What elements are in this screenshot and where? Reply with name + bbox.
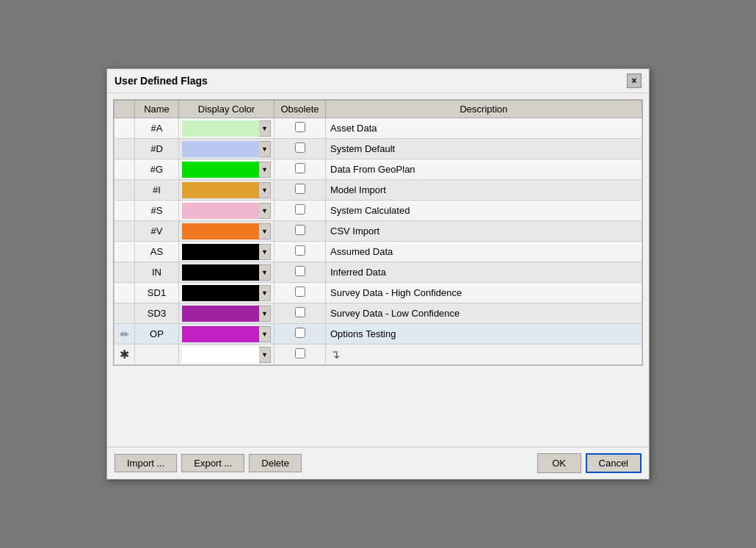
color-dropdown-button[interactable]: ▼	[259, 326, 271, 342]
obsolete-checkbox[interactable]	[295, 307, 305, 317]
row-obsolete[interactable]	[275, 139, 326, 159]
obsolete-checkbox[interactable]	[295, 245, 305, 256]
color-dropdown-button[interactable]: ▼	[259, 162, 271, 178]
row-color[interactable]: ▼	[179, 324, 275, 345]
table-row[interactable]: #G▼Data From GeoPlan	[115, 159, 642, 180]
row-description: Asset Data	[326, 118, 642, 139]
color-dropdown-button[interactable]: ▼	[259, 182, 271, 198]
obsolete-checkbox[interactable]	[295, 163, 305, 173]
row-color[interactable]: ▼	[179, 221, 275, 242]
new-row-indicator: ✱	[115, 345, 135, 365]
color-dropdown-button[interactable]: ▼	[259, 120, 271, 137]
dialog-footer: Import ... Export ... Delete OK Cancel	[107, 447, 649, 479]
obsolete-checkbox[interactable]	[295, 266, 305, 276]
table-row[interactable]: #I▼Model Import	[115, 180, 642, 201]
row-obsolete[interactable]	[275, 180, 326, 201]
color-dropdown-button[interactable]: ▼	[259, 141, 271, 157]
row-obsolete[interactable]	[275, 201, 326, 221]
row-name: AS	[135, 242, 179, 262]
row-description: System Calculated	[326, 201, 642, 221]
export-button[interactable]: Export ...	[181, 454, 244, 472]
flags-table: Name Display Color Obsolete Description …	[114, 100, 642, 365]
col-display-color: Display Color	[179, 101, 275, 118]
row-description: Survey Data - Low Confidence	[326, 303, 642, 324]
row-name: #A	[135, 118, 179, 139]
import-button[interactable]: Import ...	[115, 454, 177, 472]
color-dropdown-button[interactable]: ▼	[259, 223, 271, 239]
table-row[interactable]: SD3▼Survey Data - Low Confidence	[115, 303, 642, 324]
color-dropdown-button[interactable]: ▼	[259, 285, 271, 301]
row-name: #G	[135, 159, 179, 180]
close-button[interactable]: ×	[627, 73, 641, 88]
row-indicator	[115, 262, 135, 283]
new-row-name	[135, 345, 179, 365]
table-row[interactable]: ✏OP▼Options Testing	[115, 324, 642, 345]
row-color[interactable]: ▼	[179, 201, 275, 221]
row-color[interactable]: ▼	[179, 303, 275, 324]
col-name: Name	[135, 101, 179, 118]
obsolete-checkbox[interactable]	[295, 225, 305, 235]
row-indicator	[115, 118, 135, 139]
col-indicator	[115, 101, 135, 118]
color-dropdown-button[interactable]: ▼	[259, 244, 271, 260]
delete-button[interactable]: Delete	[249, 454, 302, 472]
row-obsolete[interactable]	[275, 262, 326, 283]
row-color[interactable]: ▼	[179, 262, 275, 283]
ok-button[interactable]: OK	[537, 453, 581, 473]
row-obsolete[interactable]	[275, 324, 326, 345]
col-obsolete: Obsolete	[275, 101, 326, 118]
new-row-obsolete-checkbox[interactable]	[295, 348, 305, 358]
row-name: #S	[135, 201, 179, 221]
row-obsolete[interactable]	[275, 159, 326, 180]
table-row[interactable]: IN▼Inferred Data	[115, 262, 642, 283]
row-color[interactable]: ▼	[179, 159, 275, 180]
row-color[interactable]: ▼	[179, 139, 275, 159]
new-row[interactable]: ✱▼↴	[115, 345, 642, 365]
table-row[interactable]: SD1▼Survey Data - High Confidence	[115, 283, 642, 303]
row-obsolete[interactable]	[275, 283, 326, 303]
row-obsolete[interactable]	[275, 242, 326, 262]
row-indicator	[115, 139, 135, 159]
obsolete-checkbox[interactable]	[295, 184, 305, 194]
row-obsolete[interactable]	[275, 303, 326, 324]
new-row-color[interactable]: ▼	[179, 345, 275, 365]
row-color[interactable]: ▼	[179, 180, 275, 201]
row-name: #I	[135, 180, 179, 201]
obsolete-checkbox[interactable]	[295, 204, 305, 214]
new-row-color-dropdown-button[interactable]: ▼	[259, 347, 271, 363]
row-description: Inferred Data	[326, 262, 642, 283]
row-indicator	[115, 180, 135, 201]
row-indicator	[115, 159, 135, 180]
row-indicator: ✏	[115, 324, 135, 345]
color-dropdown-button[interactable]: ▼	[259, 306, 271, 322]
table-row[interactable]: #D▼System Default	[115, 139, 642, 159]
row-obsolete[interactable]	[275, 118, 326, 139]
row-color[interactable]: ▼	[179, 283, 275, 303]
obsolete-checkbox[interactable]	[295, 122, 305, 132]
dialog-body: Name Display Color Obsolete Description …	[107, 93, 649, 447]
new-row-obsolete[interactable]	[275, 345, 326, 365]
obsolete-checkbox[interactable]	[295, 143, 305, 153]
color-dropdown-button[interactable]: ▼	[259, 264, 271, 281]
row-color[interactable]: ▼	[179, 242, 275, 262]
table-row[interactable]: AS▼Assumed Data	[115, 242, 642, 262]
table-header-row: Name Display Color Obsolete Description	[115, 101, 642, 118]
row-indicator	[115, 242, 135, 262]
row-indicator	[115, 221, 135, 242]
flags-table-container: Name Display Color Obsolete Description …	[113, 99, 643, 366]
table-row[interactable]: #A▼Asset Data	[115, 118, 642, 139]
row-name: #D	[135, 139, 179, 159]
row-indicator	[115, 283, 135, 303]
row-obsolete[interactable]	[275, 221, 326, 242]
table-row[interactable]: #V▼CSV Import	[115, 221, 642, 242]
row-indicator	[115, 201, 135, 221]
obsolete-checkbox[interactable]	[295, 328, 305, 338]
row-name: SD3	[135, 303, 179, 324]
row-indicator	[115, 303, 135, 324]
row-color[interactable]: ▼	[179, 118, 275, 139]
table-row[interactable]: #S▼System Calculated	[115, 201, 642, 221]
obsolete-checkbox[interactable]	[295, 286, 305, 297]
cancel-button[interactable]: Cancel	[586, 453, 641, 473]
row-description: System Default	[326, 139, 642, 159]
color-dropdown-button[interactable]: ▼	[259, 203, 271, 219]
